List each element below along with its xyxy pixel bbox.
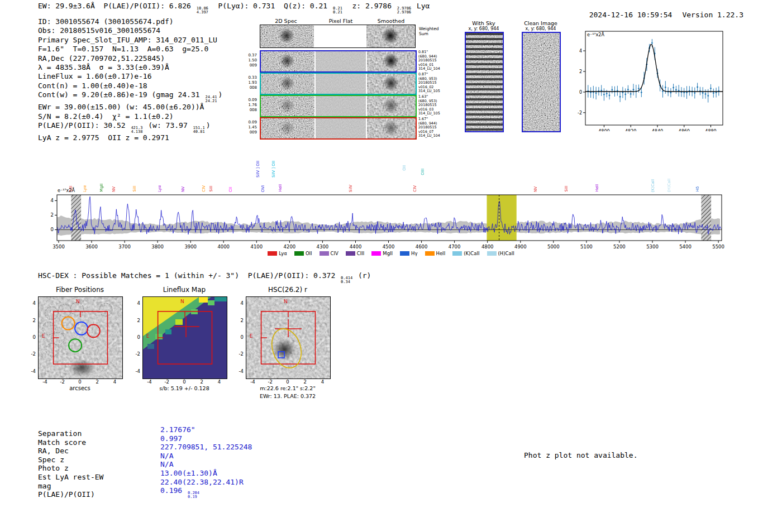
- line-legend: LyαOIICIVCIIIMgIIHγHeII(K)CaII(H)CaII: [235, 251, 547, 256]
- compass-north-label: N: [284, 299, 288, 304]
- axis-tick-label: -4: [23, 368, 36, 374]
- label-line: 314_LU_104: [418, 67, 440, 71]
- legend-item: Hγ: [400, 251, 417, 256]
- info-line: λ = 4835.38Å σ = 3.33(±0.39)Å: [38, 63, 222, 72]
- compass-east-label: E: [250, 333, 253, 339]
- spec2d-right-label: 1.67"(680, 944)20180515v016_07314_LU_104: [418, 117, 440, 138]
- detection-info-panel: ID: 3001055674 (3001055674.pdf)Obs: 2018…: [38, 17, 222, 142]
- stacked-uncertainty: 151.140.81: [193, 126, 205, 133]
- spec2d-row: [260, 73, 417, 95]
- legend-item: (H)CaII: [487, 251, 514, 256]
- fiber-overlay: [39, 297, 122, 378]
- emission-blob: [381, 26, 400, 45]
- spec2d-column-header: Smoothed: [363, 18, 419, 24]
- svg-text:4880: 4880: [705, 129, 716, 131]
- match-table-value: 227.709851, 51.225248: [160, 443, 252, 451]
- axis-tick-label: -4: [247, 379, 259, 385]
- emission-line-labels: SiIILyαMgIINVSiIILyαNVCIVSiIICIISiIV ] O…: [47, 146, 726, 193]
- emission-blob: [382, 119, 400, 137]
- axis-tick-label: -2: [161, 379, 173, 385]
- emission-line-label: HeII: [595, 184, 599, 192]
- spec2d-left-label: 0.091.45009: [244, 120, 257, 135]
- legend-swatch: [425, 251, 435, 256]
- match-table-value: N/A: [160, 460, 173, 468]
- label-line: 008: [244, 108, 257, 113]
- axis-tick-label: -4: [231, 368, 244, 374]
- legend-swatch: [371, 251, 381, 256]
- info-line: ID: 3001055674 (3001055674.pdf): [38, 17, 222, 26]
- smoothed-cutout: [367, 96, 416, 116]
- axis-tick-label: 2: [91, 379, 103, 385]
- spec2d-cutout: [261, 96, 314, 116]
- legend-label: HeII: [436, 251, 446, 256]
- match-table-value: 0.196 0.2040.19: [160, 486, 201, 499]
- stacked-uncertainty: 2.97862.9786: [397, 7, 411, 14]
- spec2d-left-label: 0.331.93008: [244, 75, 257, 90]
- axis-tick-label: 0: [231, 334, 244, 340]
- emission-line-label: CIV: [202, 185, 206, 192]
- emission-line-label: OIII: [421, 169, 425, 175]
- emission-line-label: NV: [181, 186, 185, 192]
- spec2d-column-header: 2D Spec: [258, 18, 314, 24]
- label-line: 0.09: [244, 120, 257, 125]
- match-table-value: 22.40(22.38,22.41)R: [160, 478, 244, 486]
- match-table-label: Spec z: [38, 456, 64, 464]
- axis-tick-label: -2: [231, 351, 244, 357]
- svg-text:4600: 4600: [416, 244, 428, 249]
- axis-tick-label: 0: [282, 379, 294, 385]
- smoothed-cutout: [367, 51, 416, 71]
- axis-tick-label: -2: [264, 379, 276, 385]
- svg-text:2: 2: [51, 212, 54, 218]
- svg-text:4860: 4860: [679, 129, 690, 131]
- smoothed-cutout: [367, 74, 416, 94]
- emission-line-label: NV: [533, 186, 538, 192]
- info-line: LyA z = 2.9775 OII z = 0.2971: [38, 133, 222, 142]
- label-line: 0.37: [244, 53, 257, 58]
- summary-header: EW: 29.9±3.6Å P(LAE)/P(OII): 6.826 10.86…: [38, 2, 430, 14]
- axis-tick-label: 4: [109, 379, 121, 385]
- emission-line-label: OVI: [261, 185, 265, 192]
- axis-tick-label: 2: [231, 318, 244, 323]
- pixelflat-cutout: [316, 51, 366, 71]
- axis-tick-label: 0: [23, 334, 36, 340]
- stacked-uncertainty: 0.4140.34: [341, 276, 352, 284]
- svg-text:3800: 3800: [151, 244, 164, 249]
- clean-image-coords: x, y: 680, 944: [513, 26, 569, 31]
- emission-line-label: CIV: [413, 185, 417, 192]
- compass-east-label: E: [146, 333, 150, 339]
- version-label: Version 1.22.3: [682, 11, 743, 19]
- spec2d-row: [260, 50, 417, 73]
- info-line: F=1.6" T=0.157 N=1.13 A=0.63 g=25.0: [38, 45, 222, 54]
- clean-image: [522, 32, 561, 132]
- label-line: 1.93: [244, 80, 257, 85]
- legend-swatch: [268, 251, 277, 256]
- axis-tick-label: 4: [128, 300, 140, 306]
- info-line: RA,Dec (227.709702,51.225845): [38, 54, 222, 63]
- emission-line-label: HeII: [278, 184, 283, 192]
- pixelflat-weighted-blank: [315, 25, 365, 47]
- line-fit-zoom-plot: 48004820484048604880-2024: [574, 28, 727, 131]
- hsc-cutout-plot: [246, 296, 331, 379]
- match-table-label: P(LAE)/P(OII): [38, 490, 95, 499]
- spec2d-cutout: [261, 74, 314, 94]
- svg-text:4820: 4820: [625, 129, 636, 131]
- svg-text:3700: 3700: [118, 244, 131, 249]
- axis-tick-label: 4: [231, 300, 244, 306]
- noise-image: [523, 33, 560, 131]
- label-line: 314_LU_104: [418, 134, 440, 138]
- emission-line-label: SiIV ] OII: [256, 161, 260, 178]
- weighted-sum-row: [260, 25, 416, 48]
- label-line: 009: [244, 130, 257, 135]
- emission-blob: [278, 27, 295, 44]
- info-line: Primary Spec_Slot_IFU_AMP: 314_027_011_L…: [38, 36, 222, 45]
- lineflux-map-plot: [142, 296, 227, 379]
- info-line: Cont(w) = 9.20(±0.86)e-19 (gmag 24.31 24…: [38, 90, 222, 103]
- spec2d-weighted-cutout: [260, 25, 314, 47]
- svg-text:0: 0: [579, 90, 582, 95]
- with-sky-title: With Sky: [456, 20, 512, 26]
- axis-tick-label: 0: [128, 334, 140, 340]
- svg-text:0: 0: [51, 227, 54, 232]
- axis-tick-label: 0: [74, 379, 86, 385]
- axis-tick-label: 4: [317, 379, 329, 385]
- svg-text:5500: 5500: [712, 244, 724, 249]
